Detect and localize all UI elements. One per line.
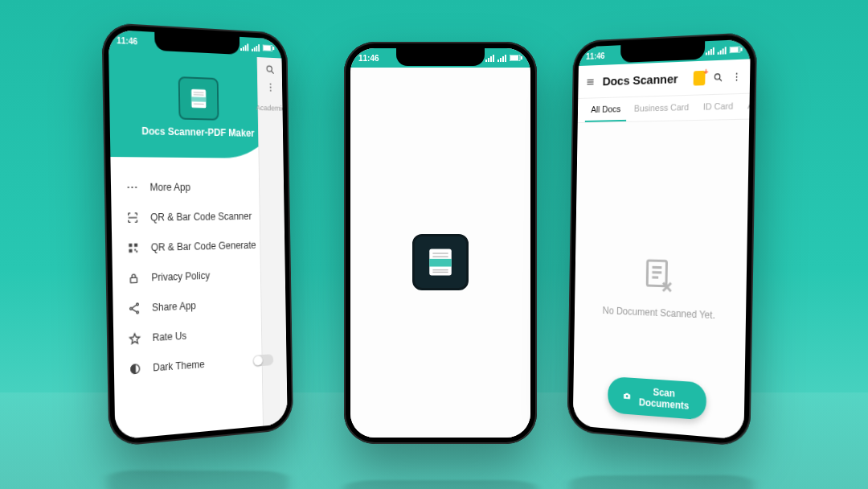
svg-rect-20 (134, 249, 136, 251)
svg-point-47 (736, 72, 738, 74)
status-time: 11:46 (586, 51, 604, 61)
camera-icon (623, 389, 632, 403)
tab-academic[interactable]: Academic (741, 92, 751, 119)
battery-icon (730, 46, 743, 53)
svg-rect-21 (136, 251, 137, 253)
signal-icon (718, 47, 727, 55)
svg-line-27 (132, 309, 136, 312)
signal-icon (706, 47, 714, 55)
phone-mockup-main: 11:46 Docs Scanner All Docs Business Car… (567, 32, 757, 447)
svg-point-3 (267, 66, 272, 72)
svg-rect-40 (731, 47, 739, 53)
svg-rect-9 (191, 97, 206, 101)
search-icon[interactable] (264, 64, 275, 75)
phone-mockup-splash: 11:46 (344, 42, 537, 444)
drawer-item-label: Rate Us (153, 330, 187, 343)
svg-line-26 (132, 305, 136, 308)
svg-marker-28 (129, 334, 139, 344)
status-time: 11:46 (117, 35, 137, 46)
dark-theme-toggle[interactable] (253, 354, 274, 367)
svg-rect-18 (134, 244, 137, 247)
svg-rect-17 (129, 244, 132, 247)
premium-icon[interactable] (694, 70, 706, 85)
phone-mockup-drawer: 11:46 Academic Docs Scanner-PDF Maker (101, 23, 293, 447)
drawer-item-label: QR & Bar Code Generate (151, 240, 256, 253)
splash-screen (350, 68, 530, 438)
svg-point-6 (269, 87, 271, 88)
device-notch (396, 48, 485, 66)
search-icon[interactable] (713, 69, 723, 84)
empty-message: No Document Scanned Yet. (603, 305, 715, 321)
svg-point-5 (269, 84, 271, 85)
svg-rect-41 (741, 47, 743, 51)
drawer-item-label: Dark Theme (153, 359, 204, 374)
svg-rect-32 (521, 56, 522, 60)
app-logo (178, 76, 219, 121)
signal-icon (240, 43, 248, 51)
svg-point-45 (714, 73, 720, 79)
star-icon (128, 331, 141, 346)
drawer-app-name: Docs Scanner-PDF Maker (110, 125, 283, 140)
svg-point-24 (130, 307, 133, 310)
background-screen-sliver: Academic (257, 57, 288, 426)
battery-icon (263, 44, 275, 51)
svg-line-4 (271, 72, 273, 74)
app-bar: Docs Scanner (578, 59, 750, 99)
scan-documents-button[interactable]: Scan Documents (608, 376, 707, 421)
device-notch (620, 41, 705, 63)
qr-scan-icon (126, 211, 139, 224)
svg-rect-22 (130, 277, 137, 283)
svg-point-23 (137, 303, 139, 306)
status-time: 11:46 (358, 54, 379, 63)
more-vert-icon[interactable] (731, 69, 742, 84)
drawer-item-label: QR & Bar Code Scanner (150, 211, 252, 224)
qr-generate-icon (127, 241, 140, 255)
more-vert-icon[interactable] (265, 81, 276, 92)
svg-rect-19 (129, 249, 132, 253)
svg-point-48 (736, 76, 738, 77)
background-tab-label: Academic (256, 104, 285, 113)
lock-icon (127, 271, 140, 285)
svg-line-46 (719, 78, 722, 80)
svg-rect-2 (272, 47, 274, 50)
empty-document-icon (639, 255, 678, 296)
share-icon (128, 302, 141, 315)
svg-point-7 (269, 90, 271, 92)
svg-point-14 (131, 187, 133, 188)
theme-icon (129, 362, 141, 376)
svg-rect-1 (264, 45, 271, 50)
category-tabs: All Docs Business Card ID Card Academic (578, 94, 750, 123)
svg-point-15 (135, 187, 137, 188)
tab-all-docs[interactable]: All Docs (585, 97, 627, 122)
tab-id-card[interactable]: ID Card (697, 94, 740, 120)
drawer-item-label: Privacy Policy (151, 270, 210, 284)
svg-point-25 (137, 311, 139, 314)
app-title: Docs Scanner (603, 72, 678, 88)
signal-icon (485, 55, 494, 62)
tab-business-card[interactable]: Business Card (628, 96, 695, 121)
drawer-item-label: More App (149, 182, 190, 194)
svg-rect-34 (429, 259, 452, 267)
scan-button-label: Scan Documents (637, 385, 691, 412)
svg-point-49 (736, 79, 738, 80)
svg-point-13 (128, 187, 129, 188)
battery-icon (510, 55, 522, 61)
menu-icon[interactable] (585, 74, 595, 88)
app-logo (412, 234, 469, 290)
svg-rect-31 (510, 55, 518, 60)
signal-icon (252, 43, 260, 51)
drawer-item-label: Share App (152, 300, 196, 314)
more-icon (125, 181, 138, 195)
signal-icon (497, 55, 506, 62)
